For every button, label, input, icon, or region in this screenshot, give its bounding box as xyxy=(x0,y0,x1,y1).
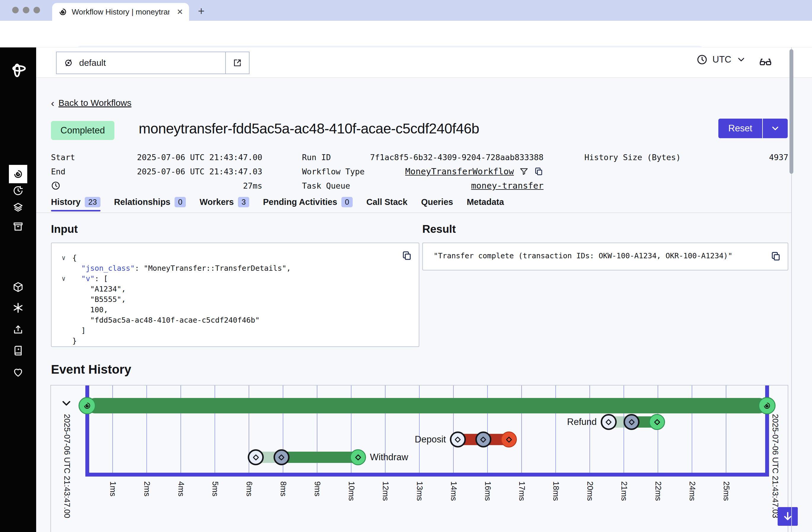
json-line: "B5555", xyxy=(72,294,291,305)
copy-icon[interactable] xyxy=(534,167,543,176)
collapse-caret-icon[interactable]: ∨ xyxy=(62,253,66,263)
tab-label: Relationships xyxy=(114,197,170,207)
app-scrollbar-thumb[interactable] xyxy=(789,49,793,174)
run-id-label: Run ID xyxy=(302,153,331,162)
task-queue-link[interactable]: money-transfer xyxy=(471,181,543,191)
chevron-left-icon: ‹ xyxy=(51,98,54,107)
sidebar-item-nexus[interactable] xyxy=(13,303,24,313)
copy-icon[interactable] xyxy=(770,251,781,262)
tab-count-badge: 3 xyxy=(238,197,249,207)
back-to-workflows-link[interactable]: ‹ Back to Workflows xyxy=(51,98,132,108)
event-marker-scheduled[interactable] xyxy=(450,432,466,447)
axis-tick-label: 6ms xyxy=(245,481,254,496)
namespace-select[interactable]: default xyxy=(56,52,249,74)
event-history-heading: Event History xyxy=(51,362,131,377)
axis-tick-label: 5ms xyxy=(211,481,220,496)
start-value: 2025-07-06 UTC 21:43:47.00 xyxy=(137,153,262,162)
tab-label: Call Stack xyxy=(366,197,407,207)
axis-tick-label: 8ms xyxy=(278,481,288,496)
timezone-selector[interactable]: UTC xyxy=(696,54,746,65)
traffic-light-minimize[interactable] xyxy=(23,7,29,13)
reset-split-button: Reset xyxy=(719,118,788,138)
namespace-bar: default UTC xyxy=(36,47,812,78)
copy-icon[interactable] xyxy=(402,250,412,261)
event-marker-workflow[interactable] xyxy=(758,397,775,414)
event-history-timeline: 2025-07-06 UTC 21:43:47.00 2025-07-06 UT… xyxy=(50,385,788,532)
tab-relationships[interactable]: Relationships 0 xyxy=(114,197,186,211)
sidebar-item-workflows[interactable] xyxy=(9,165,27,183)
traffic-light-zoom[interactable] xyxy=(33,7,40,13)
result-value: "Transfer complete (transaction IDs: OKW… xyxy=(434,251,732,260)
sidebar-item-deployments[interactable] xyxy=(13,202,24,213)
json-line: "json_class": "MoneyTransfer::TransferDe… xyxy=(72,263,291,274)
axis-tick-label: 22ms xyxy=(653,481,663,501)
sidebar-item-docs[interactable] xyxy=(13,345,24,356)
event-marker-started[interactable] xyxy=(475,432,491,447)
sidebar-item-feedback[interactable] xyxy=(13,367,24,378)
axis-tick-label: 10ms xyxy=(347,481,356,501)
scroll-to-bottom-button[interactable] xyxy=(778,507,798,526)
tab-call-stack[interactable]: Call Stack xyxy=(366,197,407,211)
tab-close-icon[interactable]: ✕ xyxy=(177,8,183,17)
axis-tick-label: 20ms xyxy=(585,481,594,501)
meta-column-times: Start 2025-07-06 UTC 21:43:47.00 End 202… xyxy=(51,150,262,193)
workflow-tabs: History 23 Relationships 0 Workers 3 Pen… xyxy=(51,197,504,211)
event-marker-workflow[interactable] xyxy=(78,397,96,414)
traffic-light-close[interactable] xyxy=(12,7,19,13)
tab-workers[interactable]: Workers 3 xyxy=(200,197,249,211)
sidebar-item-schedules[interactable] xyxy=(13,185,24,196)
workflow-span-bar[interactable] xyxy=(87,398,767,414)
duration-value: 27ms xyxy=(243,181,262,191)
tab-count-badge: 0 xyxy=(175,197,186,207)
start-label: Start xyxy=(51,153,75,162)
back-link-label: Back to Workflows xyxy=(58,98,131,108)
collapse-caret-icon[interactable]: ∨ xyxy=(62,274,66,284)
sidebar-item-batch-operations[interactable] xyxy=(13,221,24,232)
namespace-cycle-icon xyxy=(64,58,73,68)
workflow-type-link[interactable]: MoneyTransferWorkflow xyxy=(405,166,514,177)
json-line: } xyxy=(72,336,291,346)
timeline-bottom-axis xyxy=(85,473,769,477)
tab-count-badge: 0 xyxy=(342,197,353,207)
duration-clock-icon xyxy=(51,181,60,191)
json-line: 100, xyxy=(72,305,291,315)
filter-funnel-icon[interactable] xyxy=(519,167,529,176)
event-marker-started[interactable] xyxy=(274,449,290,465)
axis-tick-label: 13ms xyxy=(415,481,424,501)
labs-glasses-icon[interactable] xyxy=(759,55,772,69)
namespace-external-link-button[interactable] xyxy=(225,52,249,73)
axis-tick-label: 18ms xyxy=(551,481,561,501)
event-marker-started[interactable] xyxy=(624,414,639,430)
page: Workflow History | moneytran ✕ + localho… xyxy=(0,0,812,532)
reset-button[interactable]: Reset xyxy=(719,118,763,138)
tab-queries[interactable]: Queries xyxy=(421,197,453,211)
browser-tab[interactable]: Workflow History | moneytran ✕ xyxy=(52,3,189,21)
event-marker-scheduled[interactable] xyxy=(248,449,264,465)
axis-tick-label: 12ms xyxy=(381,481,390,501)
event-marker-scheduled[interactable] xyxy=(601,414,617,430)
meta-row-workflow-type: Workflow Type MoneyTransferWorkflow xyxy=(302,164,543,179)
timezone-value: UTC xyxy=(712,54,731,65)
event-marker-failed[interactable] xyxy=(501,432,517,447)
chevron-down-icon xyxy=(770,123,780,134)
meta-row-start: Start 2025-07-06 UTC 21:43:47.00 xyxy=(51,150,262,164)
tab-label: Workers xyxy=(200,197,234,207)
activity-label: Deposit xyxy=(415,434,446,445)
event-marker-completed[interactable] xyxy=(350,449,366,465)
activity-active-segment[interactable] xyxy=(281,452,358,463)
status-badge: Completed xyxy=(51,121,114,140)
tab-history[interactable]: History 23 xyxy=(51,197,100,211)
history-size-label: History Size (Bytes) xyxy=(584,153,681,162)
reset-dropdown-button[interactable] xyxy=(763,118,788,138)
workflow-title: moneytransfer-fdd5ac5a-ac48-410f-acae-c5… xyxy=(139,121,479,137)
sidebar-item-import[interactable] xyxy=(13,324,24,335)
tab-pending-activities[interactable]: Pending Activities 0 xyxy=(263,197,353,211)
axis-tick-label: 9ms xyxy=(313,481,322,496)
sidebar-item-namespaces[interactable] xyxy=(13,282,24,292)
meta-row-end: End 2025-07-06 UTC 21:43:47.03 xyxy=(51,164,262,179)
temporal-logo-icon[interactable] xyxy=(10,62,26,77)
new-tab-icon[interactable]: + xyxy=(198,5,204,17)
timeline-plot[interactable]: 1ms2ms4ms5ms6ms8ms9ms10ms12ms13ms14ms16m… xyxy=(51,386,788,531)
tab-metadata[interactable]: Metadata xyxy=(467,197,504,211)
event-marker-completed[interactable] xyxy=(649,414,665,430)
